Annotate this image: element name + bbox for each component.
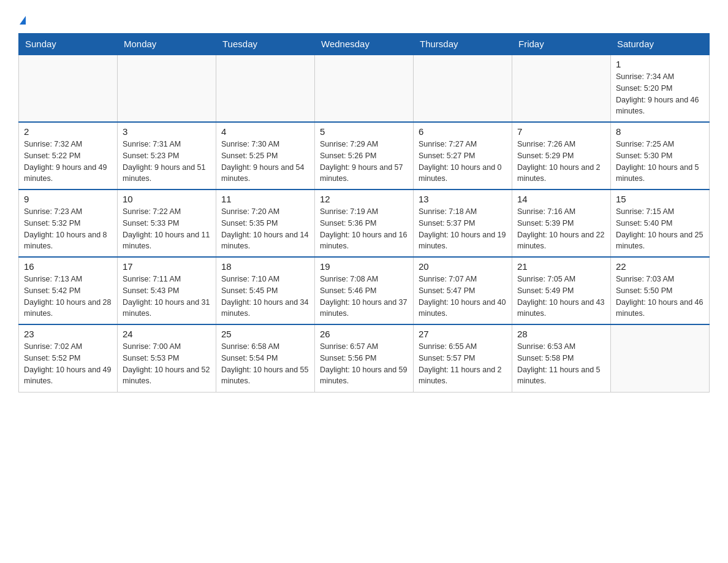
day-info: Sunrise: 7:23 AMSunset: 5:32 PMDaylight:…: [24, 206, 112, 252]
day-info: Sunrise: 7:32 AMSunset: 5:22 PMDaylight:…: [24, 139, 112, 185]
day-number: 12: [320, 194, 408, 204]
calendar-week-row: 2Sunrise: 7:32 AMSunset: 5:22 PMDaylight…: [19, 122, 710, 190]
calendar-day-cell: 27Sunrise: 6:55 AMSunset: 5:57 PMDayligh…: [414, 324, 512, 392]
logo-top-line: [18, 12, 26, 27]
calendar-day-cell: 18Sunrise: 7:10 AMSunset: 5:45 PMDayligh…: [216, 257, 315, 324]
weekday-header-saturday: Saturday: [611, 34, 710, 55]
day-number: 28: [517, 329, 605, 339]
calendar-day-cell: [315, 55, 414, 122]
calendar-day-cell: [611, 324, 710, 392]
day-info: Sunrise: 7:26 AMSunset: 5:29 PMDaylight:…: [517, 139, 605, 185]
day-info: Sunrise: 7:08 AMSunset: 5:46 PMDaylight:…: [320, 274, 408, 320]
calendar-day-cell: 17Sunrise: 7:11 AMSunset: 5:43 PMDayligh…: [118, 257, 216, 324]
calendar-day-cell: 16Sunrise: 7:13 AMSunset: 5:42 PMDayligh…: [19, 257, 118, 324]
calendar-day-cell: 13Sunrise: 7:18 AMSunset: 5:37 PMDayligh…: [414, 190, 512, 257]
calendar-day-cell: 10Sunrise: 7:22 AMSunset: 5:33 PMDayligh…: [118, 190, 216, 257]
weekday-header-sunday: Sunday: [19, 34, 118, 55]
weekday-header-tuesday: Tuesday: [216, 34, 315, 55]
calendar-day-cell: 26Sunrise: 6:57 AMSunset: 5:56 PMDayligh…: [315, 324, 414, 392]
calendar-week-row: 1Sunrise: 7:34 AMSunset: 5:20 PMDaylight…: [19, 55, 710, 122]
calendar-day-cell: 5Sunrise: 7:29 AMSunset: 5:26 PMDaylight…: [315, 122, 414, 190]
calendar-day-cell: 11Sunrise: 7:20 AMSunset: 5:35 PMDayligh…: [216, 190, 315, 257]
day-number: 21: [517, 261, 605, 272]
calendar-day-cell: 4Sunrise: 7:30 AMSunset: 5:25 PMDaylight…: [216, 122, 315, 190]
calendar-day-cell: 21Sunrise: 7:05 AMSunset: 5:49 PMDayligh…: [512, 257, 611, 324]
day-number: 25: [221, 329, 309, 339]
calendar-day-cell: 20Sunrise: 7:07 AMSunset: 5:47 PMDayligh…: [414, 257, 512, 324]
day-info: Sunrise: 7:16 AMSunset: 5:39 PMDaylight:…: [517, 206, 605, 252]
weekday-header-thursday: Thursday: [414, 34, 512, 55]
day-info: Sunrise: 7:22 AMSunset: 5:33 PMDaylight:…: [123, 206, 211, 252]
day-number: 4: [221, 126, 309, 137]
day-info: Sunrise: 7:31 AMSunset: 5:23 PMDaylight:…: [123, 139, 211, 185]
calendar-day-cell: [118, 55, 216, 122]
calendar-day-cell: 3Sunrise: 7:31 AMSunset: 5:23 PMDaylight…: [118, 122, 216, 190]
calendar-day-cell: 6Sunrise: 7:27 AMSunset: 5:27 PMDaylight…: [414, 122, 512, 190]
logo-triangle-icon: [20, 16, 26, 25]
day-info: Sunrise: 7:18 AMSunset: 5:37 PMDaylight:…: [419, 206, 507, 252]
day-info: Sunrise: 6:55 AMSunset: 5:57 PMDaylight:…: [419, 341, 507, 387]
calendar-day-cell: 23Sunrise: 7:02 AMSunset: 5:52 PMDayligh…: [19, 324, 118, 392]
day-info: Sunrise: 7:30 AMSunset: 5:25 PMDaylight:…: [221, 139, 309, 185]
day-number: 26: [320, 329, 408, 339]
calendar-day-cell: [414, 55, 512, 122]
logo: [18, 12, 26, 27]
day-number: 7: [517, 126, 605, 137]
day-info: Sunrise: 6:53 AMSunset: 5:58 PMDaylight:…: [517, 341, 605, 387]
calendar-day-cell: 28Sunrise: 6:53 AMSunset: 5:58 PMDayligh…: [512, 324, 611, 392]
calendar-day-cell: 7Sunrise: 7:26 AMSunset: 5:29 PMDaylight…: [512, 122, 611, 190]
calendar-day-cell: 9Sunrise: 7:23 AMSunset: 5:32 PMDaylight…: [19, 190, 118, 257]
day-info: Sunrise: 7:10 AMSunset: 5:45 PMDaylight:…: [221, 274, 309, 320]
day-number: 9: [24, 194, 112, 204]
day-number: 24: [123, 329, 211, 339]
calendar-day-cell: [512, 55, 611, 122]
weekday-header-friday: Friday: [512, 34, 611, 55]
calendar-day-cell: 8Sunrise: 7:25 AMSunset: 5:30 PMDaylight…: [611, 122, 710, 190]
day-info: Sunrise: 7:15 AMSunset: 5:40 PMDaylight:…: [616, 206, 704, 252]
day-info: Sunrise: 7:29 AMSunset: 5:26 PMDaylight:…: [320, 139, 408, 185]
day-info: Sunrise: 6:58 AMSunset: 5:54 PMDaylight:…: [221, 341, 309, 387]
day-number: 2: [24, 126, 112, 137]
day-info: Sunrise: 7:07 AMSunset: 5:47 PMDaylight:…: [419, 274, 507, 320]
day-info: Sunrise: 7:27 AMSunset: 5:27 PMDaylight:…: [419, 139, 507, 185]
calendar-header-row: SundayMondayTuesdayWednesdayThursdayFrid…: [19, 34, 710, 55]
day-number: 14: [517, 194, 605, 204]
calendar-day-cell: 12Sunrise: 7:19 AMSunset: 5:36 PMDayligh…: [315, 190, 414, 257]
calendar-day-cell: 1Sunrise: 7:34 AMSunset: 5:20 PMDaylight…: [611, 55, 710, 122]
calendar-day-cell: 15Sunrise: 7:15 AMSunset: 5:40 PMDayligh…: [611, 190, 710, 257]
day-number: 3: [123, 126, 211, 137]
day-number: 5: [320, 126, 408, 137]
page-header: [18, 12, 710, 27]
calendar-week-row: 23Sunrise: 7:02 AMSunset: 5:52 PMDayligh…: [19, 324, 710, 392]
day-number: 22: [616, 261, 704, 272]
day-number: 23: [24, 329, 112, 339]
day-info: Sunrise: 7:19 AMSunset: 5:36 PMDaylight:…: [320, 206, 408, 252]
day-info: Sunrise: 7:00 AMSunset: 5:53 PMDaylight:…: [123, 341, 211, 387]
day-number: 8: [616, 126, 704, 137]
calendar-day-cell: 24Sunrise: 7:00 AMSunset: 5:53 PMDayligh…: [118, 324, 216, 392]
day-info: Sunrise: 7:11 AMSunset: 5:43 PMDaylight:…: [123, 274, 211, 320]
day-number: 6: [419, 126, 507, 137]
day-info: Sunrise: 7:05 AMSunset: 5:49 PMDaylight:…: [517, 274, 605, 320]
calendar-day-cell: 14Sunrise: 7:16 AMSunset: 5:39 PMDayligh…: [512, 190, 611, 257]
calendar-table: SundayMondayTuesdayWednesdayThursdayFrid…: [18, 33, 710, 393]
day-number: 19: [320, 261, 408, 272]
weekday-header-wednesday: Wednesday: [315, 34, 414, 55]
day-number: 16: [24, 261, 112, 272]
calendar-day-cell: 19Sunrise: 7:08 AMSunset: 5:46 PMDayligh…: [315, 257, 414, 324]
day-number: 17: [123, 261, 211, 272]
day-info: Sunrise: 7:13 AMSunset: 5:42 PMDaylight:…: [24, 274, 112, 320]
calendar-week-row: 16Sunrise: 7:13 AMSunset: 5:42 PMDayligh…: [19, 257, 710, 324]
day-number: 15: [616, 194, 704, 204]
weekday-header-monday: Monday: [118, 34, 216, 55]
day-info: Sunrise: 6:57 AMSunset: 5:56 PMDaylight:…: [320, 341, 408, 387]
calendar-day-cell: [216, 55, 315, 122]
day-number: 18: [221, 261, 309, 272]
calendar-day-cell: 2Sunrise: 7:32 AMSunset: 5:22 PMDaylight…: [19, 122, 118, 190]
calendar-day-cell: 25Sunrise: 6:58 AMSunset: 5:54 PMDayligh…: [216, 324, 315, 392]
day-number: 10: [123, 194, 211, 204]
day-info: Sunrise: 7:25 AMSunset: 5:30 PMDaylight:…: [616, 139, 704, 185]
day-info: Sunrise: 7:02 AMSunset: 5:52 PMDaylight:…: [24, 341, 112, 387]
day-number: 11: [221, 194, 309, 204]
calendar-day-cell: 22Sunrise: 7:03 AMSunset: 5:50 PMDayligh…: [611, 257, 710, 324]
